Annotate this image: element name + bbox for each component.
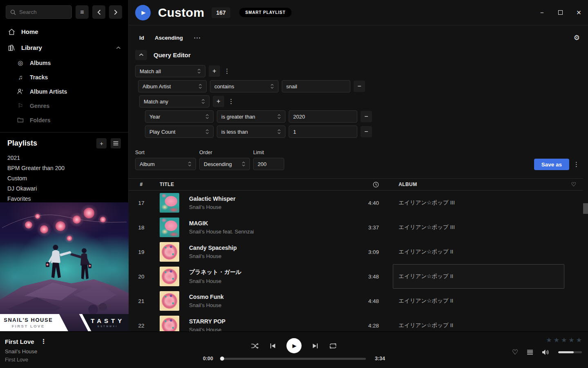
remove-rule-button[interactable]: − (361, 126, 372, 137)
settings-gear-button[interactable]: ⚙ (574, 34, 580, 42)
now-playing-artist[interactable]: Snail’s House (5, 348, 47, 355)
table-row[interactable]: 17 Galactic WhisperSnail’s House 4:40 エイ… (129, 191, 583, 215)
collapse-query-editor-button[interactable] (135, 50, 147, 60)
rule-value-input[interactable] (289, 126, 357, 138)
window-minimize-button[interactable]: − (533, 0, 551, 25)
track-title[interactable]: STARRY POP (189, 318, 354, 325)
star-icon[interactable]: ★ (554, 337, 559, 343)
seek-slider[interactable] (222, 358, 366, 360)
now-playing-menu-button[interactable]: ⋮ (40, 338, 47, 345)
rule-value-input[interactable] (289, 110, 357, 123)
play-playlist-button[interactable]: ▶ (135, 5, 151, 20)
more-options-button[interactable]: ⋯ (194, 34, 200, 42)
rule-operator-select[interactable]: is less than (217, 126, 285, 138)
star-icon[interactable]: ★ (561, 337, 567, 343)
remove-rule-button[interactable]: − (354, 81, 365, 92)
sidebar-item-home[interactable]: Home (0, 24, 128, 40)
rule-value-field[interactable] (293, 129, 353, 135)
star-icon[interactable]: ★ (576, 337, 582, 343)
group-menu-button[interactable]: ⋮ (227, 98, 235, 105)
sort-select[interactable]: Album (135, 158, 196, 170)
star-icon[interactable]: ★ (568, 337, 574, 343)
track-title[interactable]: Candy Spaceship (189, 245, 354, 251)
menu-button[interactable]: ≡ (76, 5, 89, 19)
search-input[interactable] (6, 5, 72, 19)
track-album[interactable]: エイリアン☆ポップ II (393, 240, 564, 264)
limit-field[interactable] (258, 161, 280, 167)
star-icon[interactable]: ★ (546, 337, 552, 343)
track-artist[interactable]: Snail’s House (189, 204, 354, 210)
track-album[interactable]: エイリアン☆ポップ III (393, 191, 564, 215)
column-header-title[interactable]: TITLE (160, 182, 354, 187)
track-artist[interactable]: Snail’s House feat. Sennzai (189, 229, 354, 235)
sidebar-item-genres[interactable]: ⚐ Genres (0, 99, 128, 113)
scrollbar-thumb[interactable] (583, 203, 588, 214)
volume-icon[interactable] (542, 349, 550, 355)
track-title[interactable]: Cosmo Funk (189, 294, 354, 300)
playlist-item[interactable]: Custom (0, 173, 128, 183)
sort-direction-button[interactable]: Ascending (155, 35, 183, 41)
root-match-select[interactable]: Match all (135, 65, 205, 77)
chevron-up-icon[interactable] (116, 46, 121, 49)
volume-slider[interactable] (558, 351, 582, 353)
column-header-album[interactable]: ALBUM (393, 182, 564, 187)
track-album-focused-cell[interactable]: エイリアン☆ポップ II (393, 264, 564, 289)
sidebar-item-albums[interactable]: ◎ Albums (0, 56, 128, 70)
rule-value-field[interactable] (286, 83, 346, 90)
table-row[interactable]: 22 STARRY POPSnail’s House 4:28 エイリアン☆ポッ… (129, 313, 583, 331)
queue-button[interactable] (527, 350, 533, 355)
track-artist[interactable]: Snail’s House (189, 327, 354, 331)
limit-input[interactable] (253, 158, 284, 170)
add-group-rule-button[interactable]: + (213, 96, 224, 107)
remove-rule-button[interactable]: − (361, 111, 372, 122)
duration-column-header[interactable] (354, 182, 379, 188)
track-album[interactable]: エイリアン☆ポップ II (393, 313, 564, 331)
table-row[interactable]: 20 プラネット・ガールSnail’s House 3:48 エイリアン☆ポップ… (129, 264, 583, 289)
add-playlist-button[interactable]: + (96, 138, 107, 148)
playlist-item[interactable]: 2021 (0, 153, 128, 163)
rule-group-menu-button[interactable]: ⋮ (223, 67, 231, 75)
now-playing-album[interactable]: First Love (5, 357, 47, 363)
seek-handle[interactable] (220, 357, 224, 361)
track-artist[interactable]: Snail’s House (189, 302, 354, 308)
track-artist[interactable]: Snail’s House (189, 278, 354, 284)
track-album[interactable]: エイリアン☆ポップ II (393, 289, 564, 313)
track-album[interactable]: エイリアン☆ポップ III (393, 215, 564, 240)
track-title[interactable]: MAGIK (189, 220, 354, 227)
favorite-button[interactable]: ♡ (512, 348, 518, 357)
group-match-select[interactable]: Match any (139, 95, 209, 108)
repeat-button[interactable] (329, 343, 337, 349)
play-pause-button[interactable]: ▶ (287, 338, 302, 353)
playlist-item[interactable]: BPM Greater than 200 (0, 163, 128, 173)
search-field[interactable] (19, 9, 64, 15)
rule-field-select[interactable]: Year (145, 110, 214, 123)
favorite-column-header[interactable]: ♡ (564, 181, 583, 188)
rating-stars[interactable]: ★★★★★ (512, 337, 582, 343)
track-title[interactable]: プラネット・ガール (189, 269, 354, 276)
sort-field-button[interactable]: Id (139, 35, 144, 41)
nav-forward-button[interactable] (109, 5, 122, 19)
rule-operator-select[interactable]: contains (210, 80, 278, 92)
window-maximize-button[interactable] (551, 0, 570, 25)
sidebar-item-tracks[interactable]: ♫ Tracks (0, 70, 128, 84)
previous-track-button[interactable] (270, 343, 276, 349)
shuffle-button[interactable] (251, 343, 259, 349)
now-playing-title[interactable]: First Love (5, 338, 34, 345)
window-close-button[interactable]: ✕ (570, 0, 588, 25)
nav-back-button[interactable] (92, 5, 105, 19)
order-select[interactable]: Descending (199, 158, 250, 170)
save-as-button[interactable]: Save as (534, 159, 569, 170)
playlist-item[interactable]: DJ Okawari (0, 183, 128, 193)
table-row[interactable]: 19 Candy SpaceshipSnail’s House 3:09 エイリ… (129, 240, 583, 264)
sidebar-item-folders[interactable]: Folders (0, 113, 128, 127)
add-rule-button[interactable]: + (209, 65, 220, 77)
sidebar-item-album-artists[interactable]: Album Artists (0, 84, 128, 99)
rule-operator-select[interactable]: is greater than (217, 110, 285, 123)
next-track-button[interactable] (312, 343, 318, 349)
column-header-index[interactable]: # (129, 182, 154, 187)
sidebar-item-library[interactable]: Library (0, 40, 128, 56)
save-menu-button[interactable]: ⋮ (573, 159, 581, 170)
rule-field-select[interactable]: Play Count (145, 126, 214, 138)
playlist-list-button[interactable] (111, 138, 121, 148)
table-row[interactable]: 18 MAGIKSnail’s House feat. Sennzai 3:37… (129, 215, 583, 240)
